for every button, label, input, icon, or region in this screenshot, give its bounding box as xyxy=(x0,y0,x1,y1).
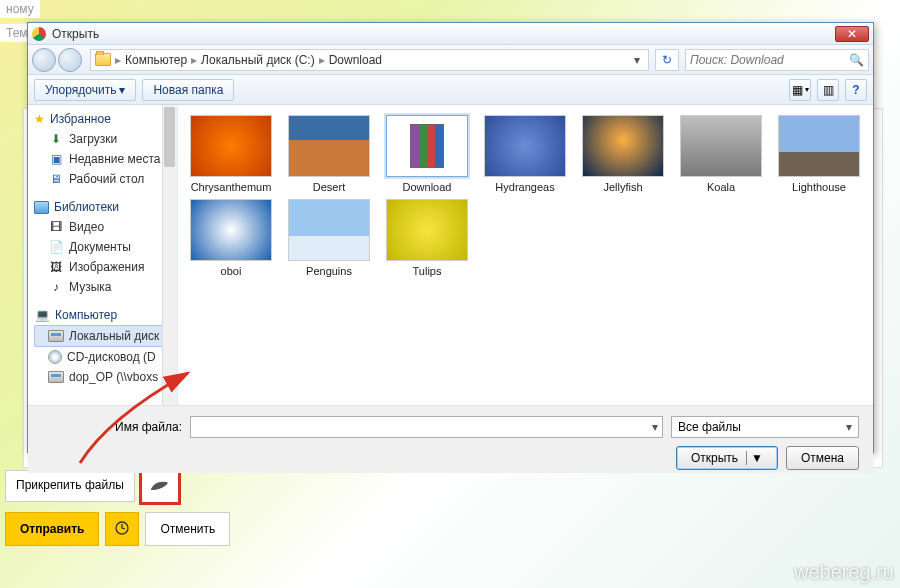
sidebar-network-drive[interactable]: dop_OP (\\vboxs xyxy=(34,367,171,387)
file-thumbnail xyxy=(778,115,860,177)
breadcrumb-computer[interactable]: Компьютер xyxy=(125,53,187,67)
search-box[interactable]: 🔍 xyxy=(685,49,869,71)
search-input[interactable] xyxy=(690,53,849,67)
refresh-icon: ↻ xyxy=(662,53,672,67)
new-folder-button[interactable]: Новая папка xyxy=(142,79,234,101)
file-item[interactable]: Jellyfish xyxy=(576,115,670,193)
breadcrumb-drive-c[interactable]: Локальный диск (C:) xyxy=(201,53,315,67)
sidebar-drive-c[interactable]: Локальный диск xyxy=(34,325,171,347)
file-item[interactable]: Hydrangeas xyxy=(478,115,572,193)
scrollbar-thumb[interactable] xyxy=(164,107,175,167)
chevron-down-icon[interactable]: ▾ xyxy=(846,420,852,434)
hdd-icon xyxy=(48,371,64,383)
sidebar-favorites-label: Избранное xyxy=(50,112,111,126)
breadcrumb[interactable]: ▸ Компьютер ▸ Локальный диск (C:) ▸ Down… xyxy=(90,49,649,71)
organize-button[interactable]: Упорядочить ▾ xyxy=(34,79,136,101)
file-label: Jellyfish xyxy=(576,181,670,193)
video-icon: 🎞 xyxy=(48,220,64,234)
panel-icon: ▥ xyxy=(823,83,834,97)
hdd-icon xyxy=(48,330,64,342)
help-button[interactable]: ? xyxy=(845,79,867,101)
sidebar-video[interactable]: 🎞Видео xyxy=(34,217,171,237)
sidebar-item-label: Музыка xyxy=(69,280,111,294)
open-button-split[interactable]: ▼ xyxy=(746,451,763,465)
file-label: Tulips xyxy=(380,265,474,277)
search-icon: 🔍 xyxy=(849,53,864,67)
close-icon: ✕ xyxy=(847,27,857,41)
sidebar-downloads[interactable]: ⬇Загрузки xyxy=(34,129,171,149)
folder-icon xyxy=(95,53,111,66)
recent-icon: ▣ xyxy=(48,152,64,166)
nav-forward-button[interactable] xyxy=(58,48,82,72)
file-thumbnail xyxy=(484,115,566,177)
desktop-icon: 🖥 xyxy=(48,172,64,186)
preview-pane-button[interactable]: ▥ xyxy=(817,79,839,101)
library-icon xyxy=(34,201,49,214)
sidebar-libraries-label: Библиотеки xyxy=(54,200,119,214)
sidebar-images[interactable]: 🖼Изображения xyxy=(34,257,171,277)
file-label: Hydrangeas xyxy=(478,181,572,193)
cancel-compose-button[interactable]: Отменить xyxy=(145,512,230,546)
close-button[interactable]: ✕ xyxy=(835,26,869,42)
file-item[interactable]: Download xyxy=(380,115,474,193)
open-file-dialog: Открыть ✕ ▸ Компьютер ▸ Локальный диск (… xyxy=(27,22,874,453)
file-item[interactable]: Tulips xyxy=(380,199,474,277)
file-item[interactable]: Koala xyxy=(674,115,768,193)
sidebar-cd-drive[interactable]: CD-дисковод (D xyxy=(34,347,171,367)
breadcrumb-download[interactable]: Download xyxy=(329,53,382,67)
sidebar-recent[interactable]: ▣Недавние места xyxy=(34,149,171,169)
file-thumbnail xyxy=(190,115,272,177)
send-button[interactable]: Отправить xyxy=(5,512,99,546)
sidebar-scrollbar[interactable] xyxy=(162,105,177,405)
refresh-button[interactable]: ↻ xyxy=(655,49,679,71)
file-thumbnail xyxy=(386,115,468,177)
sidebar-music[interactable]: ♪Музыка xyxy=(34,277,171,297)
chevron-right-icon: ▸ xyxy=(319,53,325,67)
star-icon: ★ xyxy=(34,112,45,126)
cancel-button[interactable]: Отмена xyxy=(786,446,859,470)
filename-input[interactable]: ▾ xyxy=(190,416,663,438)
chrome-icon xyxy=(32,27,46,41)
file-item[interactable]: Desert xyxy=(282,115,376,193)
sidebar-item-label: Рабочий стол xyxy=(69,172,144,186)
file-thumbnail xyxy=(288,115,370,177)
attach-files-button[interactable]: Прикрепить файлы xyxy=(5,470,135,502)
file-item[interactable]: Penguins xyxy=(282,199,376,277)
sidebar-item-label: Загрузки xyxy=(69,132,117,146)
sidebar-favorites[interactable]: ★Избранное xyxy=(34,109,171,129)
chevron-right-icon: ▸ xyxy=(115,53,121,67)
open-button-label: Открыть xyxy=(691,451,738,465)
chevron-down-icon: ▾ xyxy=(805,85,809,94)
chevron-down-icon: ▾ xyxy=(119,83,125,97)
sidebar: ★Избранное ⬇Загрузки ▣Недавние места 🖥Ра… xyxy=(28,105,178,405)
documents-icon: 📄 xyxy=(48,240,64,254)
schedule-send-button[interactable] xyxy=(105,512,139,546)
sidebar-documents[interactable]: 📄Документы xyxy=(34,237,171,257)
file-label: oboi xyxy=(184,265,278,277)
watermark: webereg.ru xyxy=(794,561,894,584)
file-type-filter[interactable]: Все файлы ▾ xyxy=(671,416,859,438)
cd-icon xyxy=(48,350,62,364)
sidebar-desktop[interactable]: 🖥Рабочий стол xyxy=(34,169,171,189)
sidebar-libraries[interactable]: Библиотеки xyxy=(34,197,171,217)
sidebar-item-label: Документы xyxy=(69,240,131,254)
dialog-titlebar[interactable]: Открыть ✕ xyxy=(28,23,873,45)
view-mode-button[interactable]: ▦▾ xyxy=(789,79,811,101)
file-label: Lighthouse xyxy=(772,181,866,193)
sidebar-computer[interactable]: 💻Компьютер xyxy=(34,305,171,325)
file-item[interactable]: Lighthouse xyxy=(772,115,866,193)
file-thumbnail xyxy=(190,199,272,261)
file-label: Desert xyxy=(282,181,376,193)
chevron-down-icon[interactable]: ▾ xyxy=(652,420,658,434)
file-item[interactable]: oboi xyxy=(184,199,278,277)
sidebar-computer-label: Компьютер xyxy=(55,308,117,322)
filename-label: Имя файла: xyxy=(42,420,182,434)
path-dropdown[interactable]: ▾ xyxy=(630,53,644,67)
nav-back-button[interactable] xyxy=(32,48,56,72)
file-pane[interactable]: Chrysanthemum Desert Download Hydrangeas… xyxy=(178,105,873,405)
sidebar-item-label: Видео xyxy=(69,220,104,234)
sidebar-item-label: Недавние места xyxy=(69,152,160,166)
file-label: Download xyxy=(380,181,474,193)
open-button[interactable]: Открыть ▼ xyxy=(676,446,778,470)
file-item[interactable]: Chrysanthemum xyxy=(184,115,278,193)
